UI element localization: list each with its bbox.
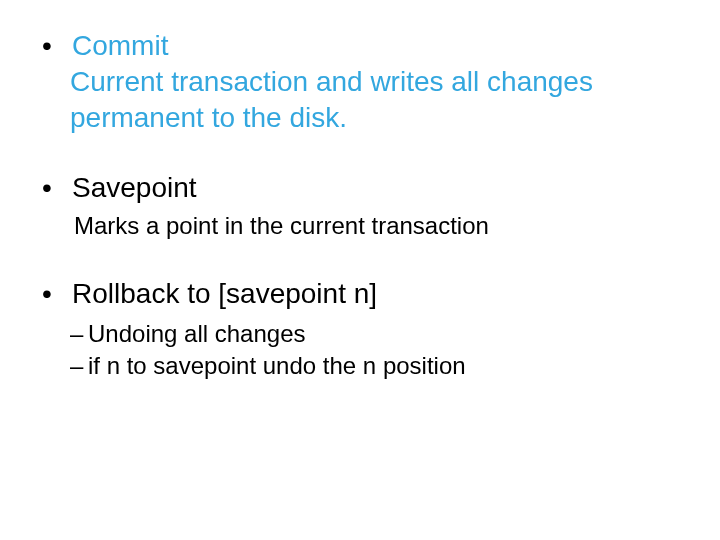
bullet-header-row: • Rollback to [savepoint n] xyxy=(40,276,680,312)
bullet-icon: • xyxy=(40,170,72,206)
sub-bullet: – Undoing all changes xyxy=(70,318,680,350)
bullet-title: Savepoint xyxy=(72,170,197,206)
bullet-icon: • xyxy=(40,276,72,312)
sub-bullet-text: Undoing all changes xyxy=(88,318,306,350)
bullet-description: Marks a point in the current transaction xyxy=(74,210,680,242)
bullet-title: Commit xyxy=(72,28,168,64)
bullet-description: Current transaction and writes all chang… xyxy=(70,64,680,136)
sub-bullet-text: if n to savepoint undo the n position xyxy=(88,350,466,382)
bullet-item: • Commit Current transaction and writes … xyxy=(40,28,680,136)
bullet-header-row: • Commit xyxy=(40,28,680,64)
bullet-header-row: • Savepoint xyxy=(40,170,680,206)
sub-bullet: – if n to savepoint undo the n position xyxy=(70,350,680,382)
bullet-item: • Rollback to [savepoint n] – Undoing al… xyxy=(40,276,680,382)
slide-content: • Commit Current transaction and writes … xyxy=(0,0,720,540)
dash-icon: – xyxy=(70,318,88,350)
bullet-icon: • xyxy=(40,28,72,64)
bullet-item: • Savepoint Marks a point in the current… xyxy=(40,170,680,242)
bullet-title: Rollback to [savepoint n] xyxy=(72,276,377,312)
dash-icon: – xyxy=(70,350,88,382)
